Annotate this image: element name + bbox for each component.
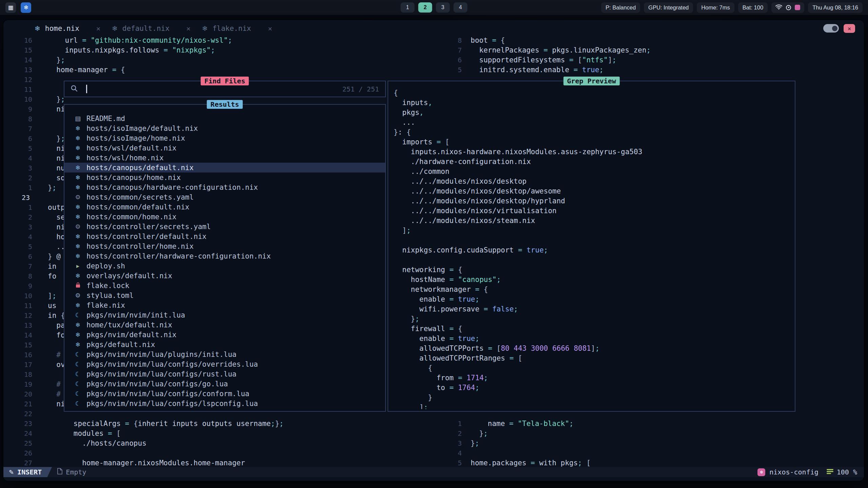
nix-file-icon: ❄	[74, 253, 82, 259]
file-icon	[57, 468, 62, 476]
result-item[interactable]: ☾pkgs/nvim/nvim/lua/configs/overrides.lu…	[64, 359, 385, 369]
preview-line: to = 1764;	[394, 383, 793, 393]
result-item[interactable]: ❄hosts/wsl/home.nix	[64, 153, 385, 163]
result-item[interactable]: ❄hosts/controller/default.nix	[64, 231, 385, 241]
window-toggle-button[interactable]	[823, 24, 839, 33]
workspace-3[interactable]: 3	[436, 2, 450, 13]
line-number: 11	[3, 85, 32, 95]
battery-indicator: Bat: 100	[738, 2, 768, 13]
result-item[interactable]: ❄overlays/default.nix	[64, 271, 385, 281]
code-text: ov	[48, 360, 65, 370]
code-text: };	[48, 55, 65, 65]
lua-file-icon: ☾	[74, 351, 82, 358]
result-item[interactable]: ❄home/tux/default.nix	[64, 320, 385, 330]
result-item[interactable]: ▤README.md	[64, 114, 385, 123]
workspace-2[interactable]: 2	[418, 2, 432, 13]
code-text: url = "github:nix-community/nixos-wsl";	[48, 37, 232, 45]
result-item[interactable]: ❄hosts/canopus/hardware-configuration.ni…	[64, 182, 385, 192]
code-line: 26	[3, 448, 454, 458]
line-number: 15	[3, 340, 32, 350]
result-filename: deploy.sh	[86, 262, 125, 270]
code-line: 1 name = "Tela-black";	[452, 419, 864, 429]
result-item[interactable]: ☾pkgs/nvim/nvim/init.lua	[64, 310, 385, 320]
code-text: #	[48, 380, 61, 389]
result-item[interactable]: ❄hosts/isoImage/default.nix	[64, 123, 385, 133]
result-item[interactable]: ❄hosts/common/home.nix	[64, 212, 385, 222]
result-item[interactable]: ☾pkgs/nvim/nvim/lua/configs/go.lua	[64, 379, 385, 389]
result-filename: pkgs/nvim/default.nix	[86, 331, 177, 339]
code-text: };	[48, 134, 65, 144]
result-item[interactable]: ⚙hosts/common/secrets.yaml	[64, 192, 385, 202]
status-circle-icon[interactable]	[786, 5, 791, 10]
result-item[interactable]: ❄hosts/controller/hardware-configuration…	[64, 251, 385, 261]
workspace-4[interactable]: 4	[454, 2, 468, 13]
clock: Thu Aug 08, 18:16	[808, 2, 863, 13]
power-profile-indicator: P: Balanced	[601, 2, 640, 13]
code-text: #	[48, 350, 61, 360]
scroll-percent: 100 %	[837, 468, 857, 476]
result-item[interactable]: ⚙hosts/controller/secrets.yaml	[64, 222, 385, 231]
result-item[interactable]: ❄hosts/canopus/home.nix	[64, 172, 385, 182]
line-number: 2	[3, 173, 32, 183]
line-number: 3	[452, 439, 462, 448]
line-number: 7	[452, 45, 462, 55]
result-item[interactable]: ❄pkgs/default.nix	[64, 340, 385, 349]
gpu-indicator: GPU: Integrated	[644, 2, 693, 13]
tab-home-nix[interactable]: ❄ home.nix ✕	[33, 20, 111, 37]
result-item[interactable]: ❄hosts/isoImage/home.nix	[64, 133, 385, 143]
nix-file-icon: ❄	[74, 125, 82, 131]
result-item[interactable]: ☾pkgs/nvim/nvim/lua/configs/rust.lua	[64, 369, 385, 379]
preview-line	[394, 236, 793, 245]
preview-line: }: {	[394, 127, 793, 137]
nix-logo-icon[interactable]: ❄	[21, 2, 31, 13]
workspace-1[interactable]: 1	[401, 2, 415, 13]
result-count: 251 / 251	[342, 85, 379, 93]
tab-close-icon[interactable]: ✕	[186, 24, 191, 33]
result-item[interactable]: ▸deploy.sh	[64, 261, 385, 271]
result-item[interactable]: ⚙stylua.toml	[64, 290, 385, 300]
preview-line: pkgs,	[394, 108, 793, 118]
result-filename: flake.nix	[86, 301, 125, 309]
tab-flake-nix[interactable]: ❄ flake.nix ✕	[201, 20, 282, 37]
preview-line: from = 1714;	[394, 373, 793, 383]
result-item[interactable]: ☾pkgs/nvim/nvim/lua/plugins/init.lua	[64, 349, 385, 359]
code-text: #	[48, 389, 61, 399]
yaml-file-icon: ⚙	[74, 224, 82, 230]
nix-file-icon: ❄	[74, 302, 82, 308]
result-item[interactable]: ❄hosts/controller/home.nix	[64, 241, 385, 251]
code-text: } @	[48, 252, 61, 262]
code-line: 3};	[452, 439, 864, 448]
result-item[interactable]: flake.lock	[64, 281, 385, 290]
line-number: 7	[3, 262, 32, 271]
command-line[interactable]	[3, 477, 864, 481]
preview-line: ../../modules/nixos/steam.nix	[394, 216, 793, 226]
result-item[interactable]: ☾pkgs/nvim/nvim/lua/configs/conform.lua	[64, 389, 385, 399]
code-line: 2 };	[452, 429, 864, 439]
line-number: 10	[3, 95, 32, 104]
result-item[interactable]: ❄flake.nix	[64, 300, 385, 310]
app-launcher-icon[interactable]: ▦	[5, 2, 16, 13]
line-number: 14	[3, 55, 32, 65]
result-item[interactable]: ☾pkgs/nvim/nvim/lua/configs/lspconfig.lu…	[64, 399, 385, 408]
nix-file-icon: ❄	[74, 273, 82, 279]
preview-line: networking = {	[394, 265, 793, 275]
code-text: ni	[48, 222, 65, 232]
result-item[interactable]: ❄hosts/common/default.nix	[64, 202, 385, 212]
result-item[interactable]: ❄hosts/wsl/default.nix	[64, 143, 385, 153]
desktop: ▦ ❄ 1 2 3 4 P: Balanced GPU: Integrated …	[0, 0, 868, 488]
tab-default-nix[interactable]: ❄ default.nix ✕	[111, 20, 201, 37]
result-item[interactable]: ❄pkgs/nvim/default.nix	[64, 330, 385, 340]
tab-close-icon[interactable]: ✕	[268, 24, 272, 33]
preview-line: ./hardware-configuration.nix	[394, 157, 793, 167]
window-close-button[interactable]: ✕	[844, 24, 855, 33]
window-buttons: ✕	[823, 24, 855, 33]
code-text: fo	[48, 330, 65, 340]
color-swatch-icon[interactable]	[795, 5, 800, 10]
editor-window: ❄ home.nix ✕ ❄ default.nix ✕ ❄ flake.nix…	[3, 20, 864, 481]
tab-close-icon[interactable]: ✕	[96, 24, 100, 33]
wifi-icon[interactable]	[775, 4, 782, 11]
project-name: nixos-config	[769, 468, 818, 476]
result-item[interactable]: ❄hosts/canopus/default.nix	[64, 163, 385, 172]
result-filename: README.md	[86, 115, 125, 123]
result-filename: pkgs/nvim/nvim/lua/configs/conform.lua	[86, 390, 249, 398]
